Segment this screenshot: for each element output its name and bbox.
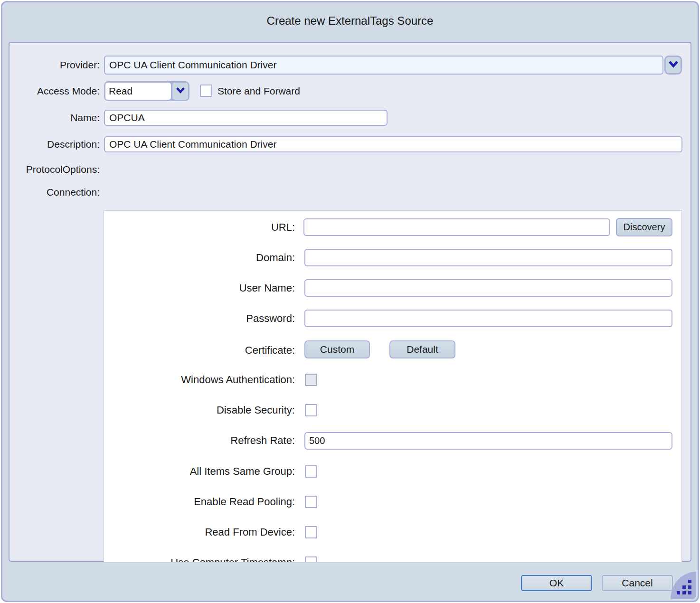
access-mode-value: Read [105,83,171,100]
refresh-rate-label: Refresh Rate: [104,433,295,449]
use-computer-timestamp-checkbox[interactable] [305,556,317,563]
description-label: Description: [14,137,100,152]
windows-authentication-label: Windows Authentication: [104,372,295,388]
all-items-same-group-checkbox[interactable] [305,465,317,478]
read-from-device-checkbox[interactable] [305,526,317,538]
grip-dot [688,580,691,583]
grip-dot [688,591,691,594]
refresh-rate-input[interactable] [304,432,672,450]
domain-input[interactable] [304,249,672,266]
access-mode-combobox[interactable]: Read [104,81,189,101]
use-computer-timestamp-label: Use Computer Timestamp: [104,555,295,563]
store-and-forward-label: Store and Forward [218,84,300,99]
dialog-title: Create new ExternalTags Source [0,14,700,28]
grip-dot [682,591,686,594]
provider-dropdown-button[interactable] [664,56,682,75]
access-mode-dropdown-button[interactable] [172,83,188,100]
url-input[interactable] [303,218,610,236]
read-from-device-label: Read From Device: [104,524,295,540]
provider-combobox[interactable]: OPC UA Client Communication Driver [104,56,663,75]
connection-label: Connection: [14,185,100,200]
certificate-custom-button[interactable]: Custom [304,340,370,358]
all-items-same-group-label: All Items Same Group: [104,463,295,480]
certificate-default-button[interactable]: Default [389,340,455,358]
protocol-options-label: ProtocolOptions: [14,162,100,177]
access-mode-label: Access Mode: [14,84,100,99]
grip-dot [688,585,691,589]
password-input[interactable] [304,310,672,327]
name-input[interactable] [104,110,388,126]
grip-dot [682,585,686,589]
domain-label: Domain: [104,250,295,266]
name-label: Name: [14,110,100,125]
grip-dot [677,591,680,594]
discovery-button[interactable]: Discovery [616,218,672,236]
store-and-forward-checkbox[interactable] [200,85,212,97]
enable-read-pooling-checkbox[interactable] [305,496,317,508]
user-name-input[interactable] [304,279,672,297]
url-label: URL: [104,219,295,236]
connection-panel: URL: Discovery Domain: User Name: Passwo… [104,210,682,563]
provider-label: Provider: [14,57,100,73]
dialog-screenshot: Create new ExternalTags Source Provider:… [0,0,700,603]
description-input[interactable] [104,136,682,152]
windows-authentication-checkbox [305,374,317,386]
ok-button[interactable]: OK [521,575,592,591]
chevron-down-icon [668,61,679,70]
resize-grip[interactable] [671,572,696,599]
disable-security-label: Disable Security: [104,402,295,418]
disable-security-checkbox[interactable] [305,404,317,416]
certificate-label: Certificate: [104,342,295,358]
cancel-button[interactable]: Cancel [602,575,673,591]
chevron-down-icon [176,87,185,96]
user-name-label: User Name: [104,280,295,296]
enable-read-pooling-label: Enable Read Pooling: [104,494,295,510]
password-label: Password: [104,311,295,327]
